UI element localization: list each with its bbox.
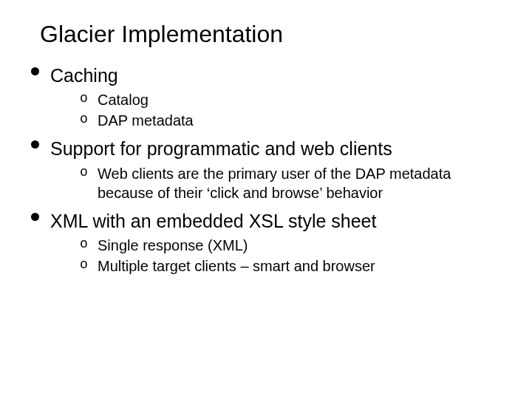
- slide: Glacier Implementation Caching Catalog D…: [0, 0, 532, 399]
- sub-bullet-list: Web clients are the primary user of the …: [50, 164, 502, 202]
- sub-bullet-item: Single response (XML): [80, 236, 502, 255]
- bullet-item: Support for programmatic and web clients…: [30, 137, 502, 202]
- sub-bullet-item: Multiple target clients – smart and brow…: [80, 256, 502, 276]
- slide-title: Glacier Implementation: [40, 21, 502, 48]
- bullet-item: XML with an embedded XSL style sheet Sin…: [30, 210, 502, 276]
- sub-bullet-list: Catalog DAP metadata: [50, 90, 502, 130]
- bullet-list: Caching Catalog DAP metadata Support for…: [30, 64, 502, 276]
- bullet-text: Support for programmatic and web clients: [50, 137, 502, 160]
- bullet-item: Caching Catalog DAP metadata: [30, 64, 502, 130]
- sub-bullet-item: Web clients are the primary user of the …: [80, 164, 502, 202]
- bullet-text: Caching: [50, 64, 502, 87]
- sub-bullet-item: DAP metadata: [80, 111, 502, 130]
- sub-bullet-list: Single response (XML) Multiple target cl…: [50, 236, 502, 276]
- bullet-text: XML with an embedded XSL style sheet: [50, 210, 502, 233]
- sub-bullet-item: Catalog: [80, 90, 502, 109]
